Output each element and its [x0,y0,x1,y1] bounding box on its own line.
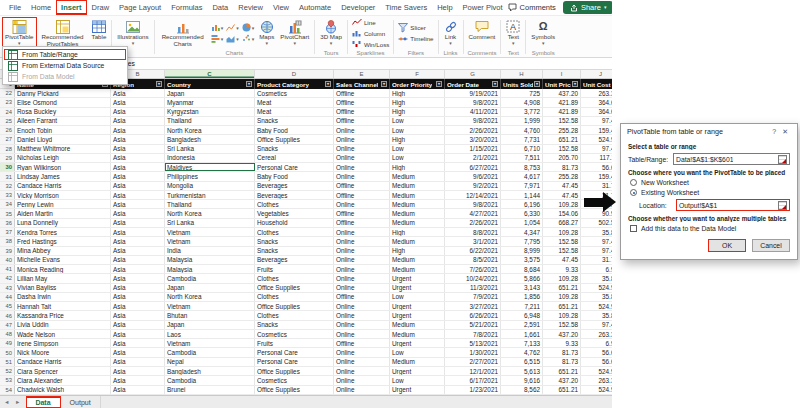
row-number[interactable]: 22 [0,89,15,97]
cell[interactable]: 97.44 [581,117,612,125]
cell[interactable]: 152.58 [543,145,581,153]
column-letter[interactable]: D [255,70,334,78]
cell[interactable]: Cambodia [165,376,255,384]
cell[interactable]: Low [390,154,445,162]
cell[interactable]: 7/26/2021 [445,265,501,273]
cell[interactable]: Clothes [255,274,334,282]
cell[interactable]: 3/27/2021 [445,302,501,310]
cell[interactable]: Candace Harris [15,358,111,366]
cell[interactable]: 1/23/2021 [445,386,501,394]
cell[interactable]: 5,866 [501,274,543,282]
cell[interactable]: Offline [334,209,390,217]
cell[interactable]: Offline [334,89,390,97]
cell[interactable]: 524.96 [581,302,612,310]
cell[interactable]: 7,971 [501,182,543,190]
cell[interactable]: India [165,247,255,255]
sheet-nav-arrows[interactable]: ◄ ► [0,399,26,405]
cell[interactable]: Bangladesh [165,367,255,375]
cell[interactable]: Online [334,265,390,273]
cell[interactable]: Online [334,145,390,153]
cell[interactable]: 5,613 [501,367,543,375]
tab-view[interactable]: View [268,0,294,15]
cell[interactable]: Clothes [255,200,334,208]
cell[interactable]: Daniel Lloyd [15,135,111,143]
cell[interactable]: 56.67 [581,348,612,356]
cell[interactable]: 6,948 [501,311,543,319]
range-selector-icon[interactable] [778,201,787,210]
cell[interactable]: Beverages [255,191,334,199]
cell[interactable]: 97.44 [581,247,612,255]
cell[interactable]: 3,143 [501,284,543,292]
cell[interactable]: Asia [111,265,165,273]
tab-help[interactable]: Help [432,0,457,15]
cell[interactable]: High [390,228,445,236]
tab-draw[interactable]: Draw [87,0,115,15]
cell[interactable]: 7/8/2021 [445,330,501,338]
cell[interactable]: 7,133 [501,339,543,347]
row-number[interactable]: 35 [0,209,15,217]
cell[interactable]: Snacks [255,247,334,255]
cell[interactable]: Luna Donnelly [15,219,111,227]
cell[interactable]: Online [334,367,390,375]
cell[interactable]: Lillian May [15,274,111,282]
tab-page-layout[interactable]: Page Layout [114,0,166,15]
cell[interactable]: Meat [255,108,334,116]
comments-button[interactable]: Comments [508,3,556,12]
cell[interactable]: Low [390,145,445,153]
cell[interactable]: 81.73 [543,163,581,171]
cell[interactable]: Online [334,330,390,338]
cell[interactable]: Asia [111,117,165,125]
cell[interactable]: Online [334,376,390,384]
cell[interactable]: 47.45 [543,191,581,199]
cell[interactable]: 364.69 [581,98,612,106]
row-number[interactable]: 40 [0,256,15,264]
cell[interactable]: 9/8/2021 [445,98,501,106]
row-number[interactable]: 24 [0,108,15,116]
cell[interactable]: 47.45 [543,256,581,264]
cell[interactable]: Ryan Wilkinson [15,163,111,171]
cell[interactable]: Mongolia [165,182,255,190]
cell[interactable]: 524.96 [581,284,612,292]
cell[interactable]: Asia [111,145,165,153]
cell[interactable]: 8,684 [501,265,543,273]
row-number[interactable]: 44 [0,293,15,301]
cell[interactable]: Vivian Bayliss [15,284,111,292]
cell[interactable]: 4,617 [501,172,543,180]
cell[interactable]: 3/20/2021 [445,135,501,143]
cell[interactable]: Asia [111,126,165,134]
cell[interactable]: 56.67 [581,163,612,171]
column-letter[interactable]: G [445,70,501,78]
cell[interactable]: Medium [390,265,445,273]
cell[interactable]: Asia [111,293,165,301]
cell[interactable]: Irene Simpson [15,339,111,347]
cell[interactable]: Asia [111,321,165,329]
cell[interactable]: Medium [390,200,445,208]
cell[interactable]: Asia [111,89,165,97]
cell[interactable]: Online [334,237,390,245]
row-number[interactable]: 30 [0,163,15,171]
cell[interactable]: 9/2/2021 [445,182,501,190]
cell[interactable]: Kassandra Price [15,311,111,319]
cell[interactable]: Urgent [390,386,445,394]
cell[interactable]: Nick Moore [15,348,111,356]
header-cell[interactable]: Unit Price▾ [543,79,581,89]
row-number[interactable]: 46 [0,311,15,319]
3d-map-button[interactable]: 3D Map ▾ [317,17,345,49]
cell[interactable]: Online [334,154,390,162]
cell[interactable]: Fred Hastings [15,237,111,245]
row-number[interactable]: 26 [0,126,15,134]
cell[interactable]: Rosa Buckley [15,108,111,116]
row-number[interactable]: 27 [0,135,15,143]
column-letter[interactable]: I [543,70,581,78]
cell[interactable]: 2/26/2021 [445,126,501,134]
cell[interactable]: 6,515 [501,358,543,366]
row-number[interactable]: 41 [0,265,15,273]
link-button[interactable]: Link ▾ [441,17,461,49]
cell[interactable]: Asia [111,228,165,236]
cell[interactable]: Monica Reading [15,265,111,273]
cell[interactable]: 8,999 [501,247,543,255]
cell[interactable]: Clothes [255,311,334,319]
cell[interactable]: 4,908 [501,98,543,106]
cell[interactable]: Office Supplies [255,367,334,375]
cell[interactable]: 255.28 [543,172,581,180]
